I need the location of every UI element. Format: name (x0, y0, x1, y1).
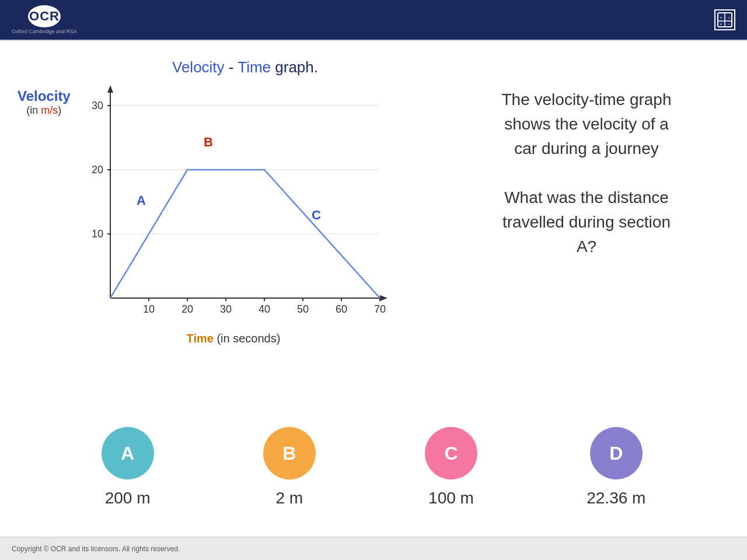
ocr-subtitle: Oxford Cambridge and RSA (12, 29, 77, 34)
graph-title-time: Time (238, 58, 271, 76)
svg-text:×: × (720, 22, 722, 27)
graph-title-dash: - (225, 58, 238, 76)
answer-option-A[interactable]: A 200 m (102, 427, 154, 508)
copyright-text: Copyright © OCR and its licensors. All r… (12, 545, 180, 553)
graph-title-velocity: Velocity (172, 58, 225, 76)
graph-wrapper: Velocity (in m/s) (18, 82, 426, 327)
svg-text:÷: ÷ (728, 15, 731, 20)
answer-label-C: 100 m (428, 489, 474, 508)
answer-option-D[interactable]: D 22.36 m (587, 427, 645, 508)
footer: Copyright © OCR and its licensors. All r… (0, 537, 747, 560)
answer-label-A: 200 m (105, 489, 151, 508)
svg-text:60: 60 (336, 303, 347, 315)
y-axis-label: Velocity (in m/s) (18, 88, 71, 117)
header: OCR Oxford Cambridge and RSA + ÷ × − (0, 0, 747, 41)
svg-text:+: + (720, 15, 722, 20)
x-label-unit: (in seconds) (214, 332, 281, 345)
svg-text:B: B (204, 135, 213, 149)
svg-marker-31 (107, 85, 113, 93)
svg-text:C: C (312, 208, 321, 222)
main-content: Velocity - Time graph. Velocity (in m/s) (0, 41, 747, 420)
answer-circle-D[interactable]: D (590, 427, 643, 480)
svg-marker-33 (380, 295, 388, 301)
svg-text:20: 20 (181, 303, 193, 315)
ocr-logo-text: OCR (29, 9, 60, 24)
svg-text:40: 40 (259, 303, 270, 315)
calculator-icon[interactable]: + ÷ × − (714, 9, 735, 30)
svg-text:30: 30 (220, 303, 232, 315)
answer-circle-A[interactable]: A (102, 427, 154, 480)
svg-text:10: 10 (92, 228, 103, 240)
graph-area: Velocity - Time graph. Velocity (in m/s) (18, 52, 426, 408)
answer-circle-B[interactable]: B (263, 427, 316, 480)
graph-svg: 30 20 10 10 20 (75, 82, 402, 327)
svg-text:30: 30 (92, 100, 103, 111)
answer-option-C[interactable]: C 100 m (425, 427, 477, 508)
answer-label-B: 2 m (275, 489, 303, 508)
question-text: The velocity-time graph shows the veloci… (444, 88, 729, 259)
graph-title: Velocity - Time graph. (64, 58, 426, 76)
svg-text:70: 70 (374, 303, 386, 315)
ocr-logo: OCR Oxford Cambridge and RSA (12, 5, 77, 34)
svg-text:10: 10 (143, 303, 155, 315)
svg-text:−: − (728, 22, 731, 27)
answer-option-B[interactable]: B 2 m (263, 427, 316, 508)
graph-title-rest: graph. (271, 58, 318, 76)
graph-container: 30 20 10 10 20 (75, 82, 402, 327)
x-label-time: Time (187, 332, 214, 345)
answers-area: A 200 m B 2 m C 100 m D 22.36 m (0, 421, 747, 513)
question-area: The velocity-time graph shows the veloci… (426, 52, 729, 408)
svg-text:A: A (137, 193, 146, 208)
answer-label-D: 22.36 m (587, 489, 645, 508)
x-axis-label: Time (in seconds) (41, 332, 426, 345)
answer-circle-C[interactable]: C (425, 427, 477, 480)
ocr-oval: OCR (28, 5, 61, 27)
y-label-unit: (in m/s) (26, 104, 61, 117)
svg-text:50: 50 (297, 303, 309, 315)
y-label-velocity: Velocity (18, 88, 71, 104)
svg-text:20: 20 (92, 164, 103, 176)
